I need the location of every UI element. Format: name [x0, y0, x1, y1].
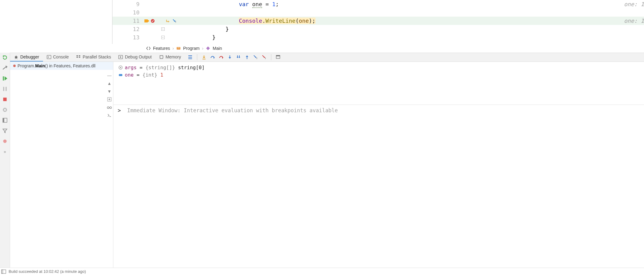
local-var-icon — [118, 73, 123, 77]
down-arrow-icon[interactable]: ▼ — [106, 88, 113, 95]
code-icon — [146, 46, 151, 50]
line-number: 11 — [112, 17, 142, 25]
output-icon — [118, 55, 123, 59]
fold-handle[interactable]: − — [160, 36, 165, 39]
code-text[interactable]: } — [186, 33, 482, 42]
frames-mini-toolbar: — ▲ ▼ — [105, 72, 113, 119]
breakpoint-icon[interactable] — [151, 19, 155, 23]
thread-list-icon[interactable] — [188, 55, 193, 60]
code-text[interactable]: } — [186, 25, 482, 33]
variable-row[interactable]: args = {string[]} string[0] — [118, 64, 482, 71]
method-icon — [206, 46, 210, 50]
stop-button[interactable] — [1, 95, 9, 103]
resume-button[interactable] — [1, 74, 9, 82]
svg-marker-18 — [229, 57, 231, 59]
step-into-inline-icon — [172, 18, 177, 23]
show-execution-point-icon[interactable] — [202, 55, 206, 60]
code-text[interactable]: var one = 1; — [186, 0, 482, 8]
stack-frame[interactable]: Program.Main() in Features, Features.dll — [10, 62, 113, 70]
chevron-right-icon: › — [202, 46, 204, 51]
line-number: 9 — [112, 0, 142, 8]
editor-left-gutter — [0, 0, 112, 44]
code-editor[interactable]: 9 var one = 1;one: 11011 Console.WriteLi… — [112, 0, 482, 44]
svg-rect-27 — [3, 76, 4, 81]
layout-button[interactable] — [1, 116, 9, 124]
rerun-button[interactable] — [1, 54, 9, 62]
breadcrumb[interactable]: Features › Program › Main — [112, 44, 482, 53]
code-text[interactable]: Console.WriteLine(one); — [186, 17, 482, 25]
svg-marker-20 — [238, 57, 240, 58]
step-into-icon[interactable] — [227, 55, 232, 60]
code-line[interactable]: 12− } — [112, 25, 482, 33]
tab-debugger[interactable]: Debugger — [10, 53, 43, 62]
svg-rect-15 — [160, 55, 163, 58]
code-line[interactable]: 13− } — [112, 33, 482, 42]
svg-rect-34 — [3, 118, 4, 122]
svg-rect-12 — [79, 57, 80, 58]
svg-point-35 — [3, 139, 6, 143]
code-line[interactable]: 11 Console.WriteLine(one);one: 1 — [112, 17, 482, 25]
svg-rect-4 — [177, 47, 180, 50]
svg-marker-14 — [120, 56, 122, 58]
mute-breakpoints-button[interactable] — [1, 137, 9, 145]
memory-icon — [159, 55, 164, 59]
svg-marker-28 — [5, 76, 7, 81]
code-line[interactable]: 10 — [112, 8, 482, 17]
frame-indicator-icon — [13, 65, 16, 67]
tab-debug-output[interactable]: Debug Output — [115, 53, 155, 62]
filter-button[interactable] — [1, 127, 9, 135]
settings-button[interactable] — [1, 64, 9, 72]
svg-rect-10 — [77, 57, 78, 58]
code-line[interactable]: 9 var one = 1;one: 1 — [112, 0, 482, 8]
step-out-icon[interactable] — [245, 55, 249, 60]
add-watch-icon[interactable] — [106, 96, 113, 103]
svg-rect-41 — [119, 74, 122, 76]
immediate-window[interactable]: > Immediate Window: Interactive evaluati… — [113, 105, 482, 206]
step-over-icon[interactable] — [210, 55, 215, 60]
svg-rect-29 — [3, 87, 4, 91]
line-number: 13 — [112, 33, 142, 42]
console-icon — [47, 55, 51, 59]
svg-marker-0 — [144, 19, 149, 22]
up-arrow-icon[interactable]: ▲ — [106, 80, 113, 87]
immediate-placeholder: Immediate Window: Interactive evaluation… — [127, 107, 338, 114]
tab-parallel-stacks[interactable]: Parallel Stacks — [73, 53, 115, 62]
terminal-icon[interactable] — [106, 112, 113, 119]
variable-row[interactable]: one = {int} 1 — [118, 71, 482, 78]
tab-console[interactable]: Console — [43, 53, 73, 62]
svg-marker-6 — [206, 46, 210, 50]
prompt-icon: > — [118, 107, 121, 114]
tab-label: Debugger — [20, 54, 39, 59]
force-run-to-cursor-icon[interactable] — [262, 55, 267, 60]
breadcrumb-item[interactable]: Program — [183, 46, 200, 51]
run-to-cursor-icon[interactable] — [253, 55, 258, 60]
variables-panel[interactable]: args = {string[]} string[0] one = {int} … — [113, 62, 482, 105]
line-number: 10 — [112, 8, 142, 17]
execution-pointer-icon — [144, 19, 149, 23]
more-button[interactable]: » — [1, 148, 9, 156]
svg-rect-11 — [79, 55, 80, 56]
bug-icon — [14, 55, 18, 59]
breadcrumb-item[interactable]: Features — [153, 46, 170, 51]
tab-memory[interactable]: Memory — [155, 53, 185, 62]
breadcrumb-item[interactable]: Main — [213, 46, 222, 51]
svg-rect-9 — [77, 55, 78, 56]
class-icon — [176, 46, 181, 50]
svg-rect-5 — [177, 48, 180, 48]
frame-text: Program.Main() in Features, Features.dll — [18, 63, 96, 68]
tab-label: Console — [53, 54, 69, 59]
evaluate-expression-icon[interactable] — [276, 55, 281, 60]
close-button[interactable] — [1, 106, 9, 114]
tab-label: Debug Output — [125, 54, 151, 59]
pause-button[interactable] — [1, 85, 9, 93]
fold-handle[interactable]: − — [160, 27, 165, 31]
stacks-icon — [76, 55, 81, 59]
collapse-icon[interactable]: — — [106, 72, 113, 79]
smart-step-into-icon[interactable] — [236, 55, 241, 60]
svg-rect-31 — [3, 98, 6, 101]
glasses-icon[interactable] — [106, 104, 113, 111]
svg-rect-25 — [276, 55, 280, 56]
svg-point-38 — [110, 107, 112, 109]
frames-panel: Program.Main() in Features, Features.dll — [10, 62, 113, 206]
force-step-over-icon[interactable] — [219, 55, 224, 60]
